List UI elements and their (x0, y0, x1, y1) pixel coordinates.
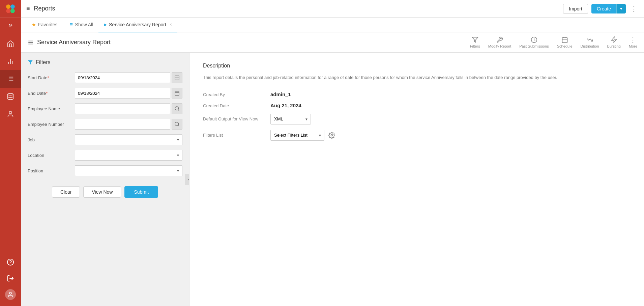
employee-number-label: Employee Number (28, 122, 75, 127)
header-title: Reports (34, 5, 563, 12)
tab-show-all[interactable]: Show All (63, 18, 99, 32)
toolbar-modify-report[interactable]: Modify Report (488, 36, 511, 48)
modify-report-icon (496, 36, 503, 43)
toolbar-more[interactable]: ⋮ More (629, 36, 637, 48)
end-date-input[interactable] (75, 88, 170, 99)
created-by-value: admin_1 (270, 91, 291, 97)
job-select-wrapper: ▼ (75, 134, 182, 145)
view-now-button[interactable]: View Now (83, 186, 121, 198)
sidebar-item-reports[interactable] (0, 70, 21, 88)
toolbar-filters-label: Filters (470, 44, 480, 48)
created-date-label: Created Date (203, 103, 270, 108)
filters-header: Filters (28, 59, 182, 65)
start-date-calendar-btn[interactable] (172, 72, 182, 83)
tab-active-report[interactable]: ▶ Service Anniversary Report × (98, 18, 177, 32)
filters-icon (472, 36, 478, 43)
header-actions: Import Create ▾ ⋮ (563, 3, 639, 14)
clear-button[interactable]: Clear (52, 186, 80, 198)
import-button[interactable]: Import (563, 4, 588, 14)
user-avatar[interactable] (0, 286, 21, 303)
employee-number-search-btn[interactable] (172, 119, 182, 130)
end-date-calendar-btn[interactable] (172, 88, 182, 99)
header-more-icon[interactable]: ⋮ (629, 3, 639, 14)
employee-name-label: Employee Name (28, 106, 75, 111)
bursting-icon (611, 36, 617, 43)
sidebar-expand-btn[interactable] (0, 18, 21, 32)
end-date-label: End Date* (28, 91, 75, 96)
svg-rect-40 (175, 91, 179, 95)
location-select[interactable] (75, 150, 182, 161)
svg-point-44 (175, 107, 179, 110)
employee-number-input[interactable] (75, 119, 170, 130)
filters-list-select-wrapper: Select Filters List ▼ (270, 130, 324, 141)
toolbar-bursting-label: Bursting (607, 44, 621, 48)
svg-point-48 (331, 134, 333, 136)
report-toolbar: Service Anniversary Report Filters Modif… (21, 32, 644, 53)
report-toolbar-title: Service Anniversary Report (37, 39, 111, 46)
position-select-wrapper: ▼ (75, 165, 182, 176)
toolbar-distribution-label: Distribution (581, 44, 599, 48)
svg-rect-30 (562, 37, 567, 43)
svg-point-3 (10, 9, 15, 13)
employee-name-input[interactable] (75, 103, 170, 114)
report-body: Filters Start Date* End Date* (21, 53, 644, 306)
filter-header-icon (28, 60, 33, 65)
tab-active-label: Service Anniversary Report (109, 22, 166, 27)
employee-number-search-icon (174, 121, 180, 127)
filters-title: Filters (36, 59, 51, 65)
svg-point-1 (10, 4, 15, 9)
sidebar-item-home[interactable] (0, 35, 21, 53)
created-date-value: Aug 21, 2024 (270, 103, 301, 108)
svg-marker-28 (472, 37, 478, 43)
svg-point-13 (8, 93, 13, 95)
tab-favorites[interactable]: ★ Favorites (26, 18, 63, 32)
filters-list-select[interactable]: Select Filters List (270, 130, 324, 141)
main-area: ≡ Reports Import Create ▾ ⋮ ★ Favorites … (21, 0, 644, 306)
create-button[interactable]: Create (591, 4, 616, 13)
submit-button[interactable]: Submit (124, 186, 158, 198)
toolbar-schedule[interactable]: Schedule (557, 36, 573, 48)
tab-play-icon: ▶ (104, 22, 107, 27)
start-date-input[interactable] (75, 72, 170, 83)
search-icon (174, 106, 180, 111)
employee-name-search-btn[interactable] (172, 103, 182, 114)
svg-marker-35 (28, 60, 32, 64)
svg-marker-34 (611, 37, 616, 43)
meta-section: Created By admin_1 Created Date Aug 21, … (203, 91, 631, 141)
toolbar-past-submissions[interactable]: Past Submissions (519, 36, 549, 48)
sidebar-item-charts[interactable] (0, 53, 21, 70)
sidebar-item-users[interactable] (0, 105, 21, 123)
svg-point-46 (175, 122, 179, 126)
location-label: Location (28, 153, 75, 158)
sidebar-item-logout[interactable] (0, 270, 21, 286)
collapse-panel-btn[interactable]: ◀ (185, 174, 189, 185)
toolbar-more-label: More (629, 44, 637, 48)
position-row: Position ▼ (28, 165, 182, 176)
hamburger-icon[interactable]: ≡ (26, 5, 30, 12)
svg-line-45 (178, 110, 179, 111)
tabs-bar: ★ Favorites Show All ▶ Service Anniversa… (21, 18, 644, 32)
sidebar-item-help[interactable] (0, 254, 21, 270)
position-select[interactable] (75, 165, 182, 176)
output-select-wrapper: XML PDF Excel CSV ▼ (270, 114, 311, 124)
tab-favorites-label: Favorites (38, 22, 58, 27)
description-title: Description (203, 63, 631, 69)
job-select[interactable] (75, 134, 182, 145)
toolbar-bursting[interactable]: Bursting (607, 36, 621, 48)
employee-name-input-wrapper (75, 103, 182, 114)
toolbar-distribution[interactable]: Distribution (581, 36, 599, 48)
sidebar-item-database[interactable] (0, 88, 21, 105)
filters-list-gear-btn[interactable] (327, 131, 336, 140)
end-calendar-icon (174, 90, 180, 96)
toolbar-filters[interactable]: Filters (470, 36, 480, 48)
distribution-icon (586, 36, 593, 43)
top-header: ≡ Reports Import Create ▾ ⋮ (21, 0, 644, 18)
position-label: Position (28, 168, 75, 173)
toolbar-schedule-label: Schedule (557, 44, 573, 48)
svg-point-2 (6, 9, 10, 13)
output-select[interactable]: XML PDF Excel CSV (270, 114, 311, 124)
show-all-icon (68, 22, 73, 27)
tab-close-icon[interactable]: × (170, 22, 172, 27)
toolbar-modify-report-label: Modify Report (488, 44, 511, 48)
create-dropdown-button[interactable]: ▾ (616, 4, 626, 13)
